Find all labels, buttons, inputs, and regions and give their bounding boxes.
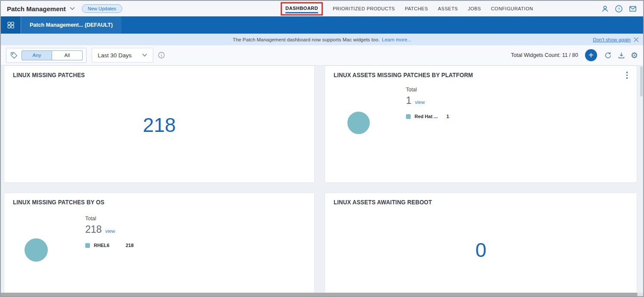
chevron-down-icon <box>142 53 147 57</box>
download-icon[interactable] <box>617 51 625 59</box>
total-label: Total <box>85 216 133 222</box>
donut-chart[interactable] <box>25 238 48 262</box>
close-icon[interactable] <box>634 37 639 42</box>
dashboard-bar: Patch Management... (DEFAULT) <box>1 16 643 34</box>
dont-show-again-link[interactable]: Don't show again <box>593 37 631 42</box>
tab-dashboard[interactable]: DASHBOARD <box>285 6 318 13</box>
any-all-toggle: Any All <box>22 50 83 60</box>
view-link[interactable]: view <box>415 100 425 105</box>
widget-grid: LINUX MISSING PATCHES 218 LINUX ASSETS M… <box>1 66 643 296</box>
app-switcher[interactable]: Patch Management <box>7 5 75 13</box>
new-updates-button[interactable]: New Updates <box>82 4 122 13</box>
mail-icon[interactable] <box>629 5 637 13</box>
info-icon[interactable] <box>158 51 165 59</box>
chart-summary: Total 1 view Red Hat ... 1 <box>406 87 449 119</box>
legend-item[interactable]: Red Hat ... 1 <box>406 114 449 119</box>
total-label: Total <box>406 87 449 93</box>
annotation-highlight-box: DASHBOARD <box>281 2 323 16</box>
date-range-value: Last 30 Days <box>98 52 132 59</box>
scrollbar-corner <box>637 293 643 296</box>
header-icons: ? <box>601 5 637 13</box>
tab-jobs[interactable]: JOBS <box>468 6 481 11</box>
legend-value: 218 <box>126 243 133 248</box>
date-range-select[interactable]: Last 30 Days <box>92 48 153 63</box>
widget-linux-missing-patches: LINUX MISSING PATCHES 218 <box>4 66 315 183</box>
legend-swatch <box>406 114 411 119</box>
chart-legend: RHEL6 218 <box>85 243 133 248</box>
total-value: 1 <box>406 95 412 106</box>
svg-text:?: ? <box>618 6 620 11</box>
add-widget-button[interactable]: + <box>585 49 597 61</box>
widget-title: LINUX MISSING PATCHES <box>13 71 85 79</box>
app-title: Patch Management <box>7 5 66 13</box>
settings-gear-icon[interactable]: ⚙ <box>631 51 638 59</box>
dashboard-grid-icon[interactable] <box>1 16 21 34</box>
toolbar: Any All Last 30 Days Total Widgets Count… <box>1 45 643 66</box>
learn-more-link[interactable]: Learn more... <box>382 37 411 42</box>
help-icon[interactable]: ? <box>615 5 623 13</box>
widget-title: LINUX MISSING PATCHES BY OS <box>13 198 105 206</box>
notification-message: The Patch Management dashboard now suppo… <box>233 37 380 42</box>
widget-linux-missing-patches-by-os: LINUX MISSING PATCHES BY OS Total 218 vi… <box>4 193 315 296</box>
widget-linux-assets-missing-patches-by-platform: LINUX ASSETS MISSING PATCHES BY PLATFORM… <box>325 66 637 183</box>
legend-label: RHEL6 <box>94 243 120 248</box>
user-icon[interactable] <box>601 5 609 13</box>
tag-icon[interactable] <box>10 51 18 59</box>
kebab-menu-icon[interactable] <box>625 70 629 80</box>
chart-legend: Red Hat ... 1 <box>406 114 449 119</box>
refresh-icon[interactable] <box>604 51 612 59</box>
tag-filter-group: Any All <box>6 48 87 63</box>
horizontal-scrollbar[interactable] <box>1 293 637 296</box>
tab-patches[interactable]: PATCHES <box>405 6 428 11</box>
legend-item[interactable]: RHEL6 218 <box>85 243 133 248</box>
dashboard-tab[interactable]: Patch Management... (DEFAULT) <box>21 16 121 34</box>
notification-dismiss: Don't show again <box>593 37 639 42</box>
patch-management-app: { "header": { "app_title": "Patch Manage… <box>0 0 644 297</box>
count-value[interactable]: 0 <box>325 238 637 262</box>
widget-title: LINUX ASSETS AWAITING REBOOT <box>334 198 432 206</box>
widget-linux-assets-awaiting-reboot: LINUX ASSETS AWAITING REBOOT 0 <box>325 193 637 296</box>
toggle-all-button[interactable]: All <box>52 50 83 60</box>
view-link[interactable]: view <box>105 228 115 234</box>
tab-assets[interactable]: ASSETS <box>438 6 458 11</box>
chevron-down-icon <box>70 7 75 10</box>
widget-title: LINUX ASSETS MISSING PATCHES BY PLATFORM <box>334 71 473 79</box>
total-value: 218 <box>85 224 102 235</box>
toggle-any-button[interactable]: Any <box>22 50 52 60</box>
count-value[interactable]: 218 <box>4 113 314 137</box>
donut-chart[interactable] <box>347 112 370 134</box>
notification-bar: The Patch Management dashboard now suppo… <box>1 34 643 45</box>
tab-configuration[interactable]: CONFIGURATION <box>491 6 533 11</box>
chart-summary: Total 218 view RHEL6 218 <box>85 216 133 248</box>
tab-prioritized-products[interactable]: PRIORITIZED PRODUCTS <box>333 6 395 11</box>
legend-label: Red Hat ... <box>415 114 440 119</box>
main-nav: DASHBOARD PRIORITIZED PRODUCTS PATCHES A… <box>281 1 533 16</box>
widgets-count-label: Total Widgets Count: 11 / 80 <box>511 52 578 58</box>
vertical-scrollbar[interactable] <box>640 66 643 97</box>
dashboard-tab-label: Patch Management... (DEFAULT) <box>30 22 113 28</box>
legend-value: 1 <box>446 114 449 119</box>
legend-swatch <box>85 243 90 248</box>
app-header: Patch Management New Updates DASHBOARD P… <box>1 1 643 16</box>
